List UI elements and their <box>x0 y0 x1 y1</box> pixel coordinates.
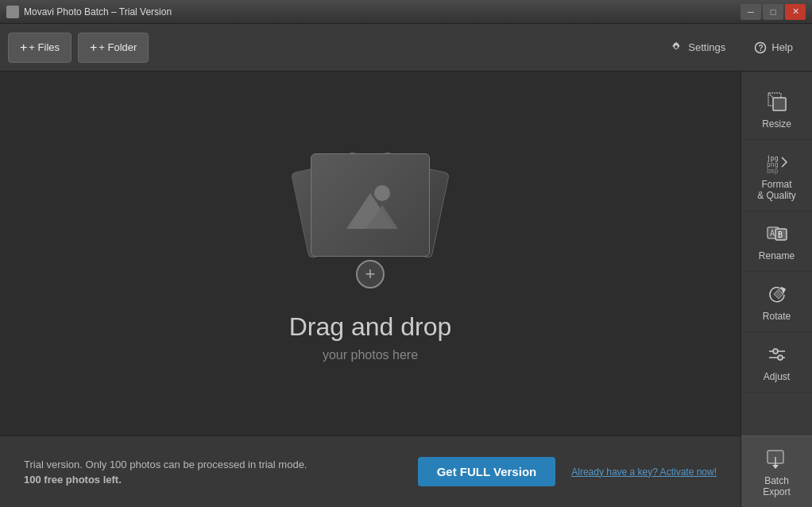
maximize-button[interactable]: □ <box>763 4 783 20</box>
sidebar-item-format-quality[interactable]: jpg png bmp Format& Quality <box>741 140 812 211</box>
add-photos-icon: + <box>356 260 385 288</box>
toolbar-right: Settings ? Help <box>659 33 804 63</box>
svg-point-17 <box>773 349 778 354</box>
drop-zone[interactable]: + Drag and drop your photos here <box>0 72 740 435</box>
get-full-version-button[interactable]: Get FULL Version <box>418 457 556 486</box>
svg-marker-15 <box>782 288 785 292</box>
add-files-button[interactable]: + + Files <box>8 33 72 63</box>
photo-stack: + <box>291 145 450 288</box>
trial-notice-text: Trial version. Only 100 photos can be pr… <box>24 459 307 470</box>
right-sidebar: Resize jpg png bmp Format& Quality A B R… <box>740 72 812 507</box>
titlebar-left: Movavi Photo Batch – Trial Version <box>6 6 172 18</box>
rotate-icon <box>764 281 790 307</box>
status-bar: Trial version. Only 100 photos can be pr… <box>0 435 740 507</box>
batch-export-label: BatchExport <box>763 475 791 497</box>
main-container: + Drag and drop your photos here Trial v… <box>0 72 812 507</box>
app-icon <box>6 6 19 18</box>
drop-sub-text: your photos here <box>323 348 418 362</box>
svg-text:A: A <box>770 229 775 238</box>
photo-card-main <box>311 153 430 257</box>
format-quality-label: Format& Quality <box>757 179 796 201</box>
svg-text:bmp: bmp <box>767 168 779 175</box>
rotate-label: Rotate <box>763 311 791 322</box>
mountain-icon <box>338 177 402 233</box>
free-photos-text: 100 free photos left. <box>24 474 122 486</box>
help-label: Help <box>771 41 793 53</box>
svg-rect-6 <box>773 98 786 110</box>
svg-text:B: B <box>778 230 783 239</box>
plus-icon: + <box>90 41 97 55</box>
help-button[interactable]: ? Help <box>743 33 804 63</box>
rename-icon: A B <box>764 221 790 246</box>
drop-main-text: Drag and drop <box>289 312 452 342</box>
content-area: + Drag and drop your photos here Trial v… <box>0 72 740 507</box>
help-icon: ? <box>754 41 767 54</box>
files-label: + Files <box>29 41 60 53</box>
adjust-label: Adjust <box>764 371 790 382</box>
settings-button[interactable]: Settings <box>659 33 737 63</box>
sidebar-item-batch-export[interactable]: BatchExport <box>741 435 812 507</box>
sidebar-item-resize[interactable]: Resize <box>741 79 812 140</box>
toolbar: + + Files + + Folder Settings ? Help <box>0 24 812 72</box>
sidebar-item-rotate[interactable]: Rotate <box>741 272 812 332</box>
close-button[interactable]: ✕ <box>785 4 806 20</box>
add-folder-button[interactable]: + + Folder <box>78 33 149 63</box>
status-text-block: Trial version. Only 100 photos can be pr… <box>24 459 402 486</box>
titlebar-controls: ─ □ ✕ <box>740 4 806 20</box>
folder-label: + Folder <box>99 41 137 53</box>
svg-point-2 <box>374 185 390 201</box>
svg-text:?: ? <box>759 44 764 52</box>
adjust-icon <box>764 342 790 367</box>
svg-point-19 <box>778 355 783 360</box>
sidebar-item-adjust[interactable]: Adjust <box>741 332 812 393</box>
rename-label: Rename <box>759 250 795 261</box>
batch-export-icon <box>764 446 790 471</box>
svg-marker-22 <box>772 465 779 469</box>
resize-label: Resize <box>762 118 791 130</box>
settings-label: Settings <box>688 41 725 53</box>
minimize-button[interactable]: ─ <box>740 4 761 20</box>
titlebar-title: Movavi Photo Batch – Trial Version <box>24 6 172 17</box>
svg-line-7 <box>768 93 773 98</box>
format-quality-icon: jpg png bmp <box>764 149 790 175</box>
activate-link[interactable]: Already have a key? Activate now! <box>571 466 717 478</box>
resize-icon <box>764 89 790 114</box>
gear-icon <box>671 41 683 54</box>
sidebar-item-rename[interactable]: A B Rename <box>741 211 812 272</box>
titlebar: Movavi Photo Batch – Trial Version ─ □ ✕ <box>0 0 812 24</box>
plus-icon: + <box>20 41 27 55</box>
